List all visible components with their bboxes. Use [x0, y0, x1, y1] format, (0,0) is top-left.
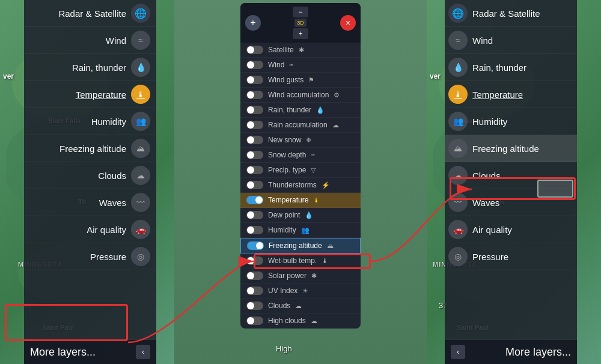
wind-gusts-toggle[interactable] [246, 76, 263, 84]
sidebar-item-waves-left[interactable]: Waves 〰 [24, 189, 156, 216]
thunderstorms-toggle[interactable] [246, 181, 263, 189]
uv-index-icon: ☀ [302, 287, 308, 295]
sidebar-item-freezing-left[interactable]: Freezing altitude ⛰ [24, 135, 156, 162]
menu-item-thunderstorms[interactable]: Thunderstorms ⚡ [240, 178, 361, 193]
sidebar-item-humidity-right[interactable]: 👥 Humidity [445, 108, 577, 135]
wind-accum-toggle[interactable] [246, 91, 263, 99]
sidebar-label-clouds-right: Clouds [472, 171, 571, 181]
wind-gusts-icon: ⚑ [308, 76, 314, 84]
wind-toggle[interactable] [246, 61, 263, 69]
sidebar-item-clouds-right[interactable]: ☁ Clouds [445, 162, 577, 189]
airquality-icon-left: 🚗 [131, 220, 150, 239]
globe-icon-left[interactable]: 🌐 [131, 4, 150, 23]
menu-item-freezing-altitude[interactable]: Freezing altitude ⛰ [240, 238, 361, 253]
sidebar-item-pressure-right[interactable]: ◎ Pressure [445, 243, 577, 270]
menu-item-uv-index[interactable]: UV Index ☀ [240, 284, 361, 299]
sidebar-label-temp-left: Temperature [28, 89, 126, 100]
dew-point-toggle[interactable] [246, 211, 263, 219]
sidebar-label-waves-left: Waves [28, 198, 126, 208]
menu-item-wind[interactable]: Wind ≈ [240, 58, 361, 73]
menu-item-satellite[interactable]: Satellite ✱ [240, 43, 361, 58]
solar-power-toggle[interactable] [246, 271, 263, 280]
sidebar-item-temperature-left[interactable]: Temperature 🌡 [24, 81, 156, 108]
sidebar-item-freezing-right[interactable]: ⛰ Freezing altitude [445, 135, 577, 162]
uv-index-toggle[interactable] [246, 287, 263, 295]
sidebar-label-waves-right: Waves [472, 198, 571, 208]
sidebar-item-wind-right[interactable]: ≈ Wind [445, 27, 577, 54]
add-button[interactable]: + [245, 15, 261, 31]
menu-item-rain-thunder[interactable]: Rain, thunder 💧 [240, 103, 361, 118]
sidebar-item-wind-left[interactable]: Wind ≈ [24, 27, 156, 54]
chevron-left-icon[interactable]: ‹ [136, 345, 150, 359]
menu-item-humidity[interactable]: Humidity 👥 [240, 223, 361, 238]
chevron-right-icon[interactable]: ‹ [451, 345, 465, 359]
zoom-minus-button[interactable]: − [293, 7, 308, 17]
sidebar-item-pressure-left[interactable]: Pressure ◎ [24, 243, 156, 270]
sidebar-left: Radar & Satellite 🌐 Wind ≈ Rain, thunder… [0, 0, 156, 364]
menu-item-new-snow[interactable]: New snow ❄ [240, 133, 361, 148]
close-button[interactable]: × [340, 15, 356, 31]
menu-item-wet-bulb[interactable]: Wet-bulb temp. 🌡 [240, 253, 361, 268]
new-snow-icon: ❄ [306, 136, 311, 144]
menu-item-temperature[interactable]: Temperature 🌡 [240, 193, 361, 208]
snow-depth-toggle[interactable] [246, 151, 263, 159]
precip-toggle[interactable] [246, 166, 263, 174]
freezing-altitude-toggle[interactable] [247, 241, 264, 250]
rain-thunder-toggle[interactable] [246, 106, 263, 114]
menu-item-wind-gusts[interactable]: Wind gusts ⚑ [240, 73, 361, 88]
sidebar-item-radar-satellite-left[interactable]: Radar & Satellite 🌐 [24, 0, 156, 27]
sidebar-item-rain-right[interactable]: 💧 Rain, thunder [445, 54, 577, 81]
sidebar-label-temp-right: Temperature [472, 89, 571, 100]
wet-bulb-label: Wet-bulb temp. [268, 256, 317, 265]
sidebar-item-temperature-right[interactable]: 🌡 Temperature [445, 81, 577, 108]
sidebar-right-panel: 🌐 Radar & Satellite ≈ Wind 💧 Rain, thund… [445, 0, 577, 364]
thunderstorms-icon: ⚡ [322, 181, 330, 189]
snow-depth-label: Snow depth [268, 151, 306, 159]
temperature-toggle[interactable] [246, 196, 263, 204]
menu-item-high-clouds[interactable]: High clouds ☁ [240, 314, 361, 329]
menu-item-wind-accumulation[interactable]: Wind accumulation ⚙ [240, 88, 361, 103]
humidity-menu-toggle[interactable] [246, 226, 263, 234]
humidity-icon-right: 👥 [448, 112, 468, 131]
more-layers-right[interactable]: ‹ More layers... [445, 339, 577, 364]
satellite-toggle[interactable] [246, 46, 263, 54]
sidebar-label-humidity-left: Humidity [28, 117, 126, 127]
clouds-menu-toggle[interactable] [246, 302, 263, 310]
satellite-label: Satellite [268, 46, 294, 54]
humidity-menu-label: Humidity [268, 226, 296, 234]
zoom-plus-button[interactable]: + [293, 28, 308, 39]
menu-item-clouds-menu[interactable]: Clouds ☁ [240, 299, 361, 314]
menu-item-precip-type[interactable]: Precip. type ▽ [240, 163, 361, 178]
sidebar-item-waves-right[interactable]: 〰 Waves [445, 189, 577, 216]
menu-item-dew-point[interactable]: Dew point 💧 [240, 208, 361, 223]
menu-item-rain-accumulation[interactable]: Rain accumulation ☁ [240, 118, 361, 133]
clouds-menu-icon: ☁ [295, 302, 302, 310]
humidity-menu-icon: 👥 [301, 226, 310, 234]
menu-item-snow-depth[interactable]: Snow depth ≈ [240, 148, 361, 163]
high-clouds-label: High clouds [268, 317, 306, 325]
new-snow-toggle[interactable] [246, 136, 263, 144]
freezing-altitude-menu-icon: ⛰ [327, 242, 334, 249]
rain-accum-toggle[interactable] [246, 121, 263, 129]
waves-icon-right: 〰 [448, 193, 468, 212]
menu-item-solar-power[interactable]: Solar power ✱ [240, 268, 361, 284]
more-layers-left[interactable]: More layers... ‹ [24, 339, 156, 364]
sidebar-label-airquality-right: Air quality [472, 225, 571, 235]
sidebar-item-humidity-left[interactable]: Humidity 👥 [24, 108, 156, 135]
globe-icon-right[interactable]: 🌐 [448, 4, 468, 23]
sidebar-item-rain-left[interactable]: Rain, thunder 💧 [24, 54, 156, 81]
temp-icon-right: 🌡 [448, 85, 468, 104]
sidebar-label-freezing-right: Freezing altitude [472, 144, 571, 154]
sidebar-label-rain-right: Rain, thunder [472, 62, 571, 73]
sidebar-item-airquality-right[interactable]: 🚗 Air quality [445, 216, 577, 243]
sidebar-item-radar-right[interactable]: 🌐 Radar & Satellite [445, 0, 577, 27]
satellite-icon: ✱ [299, 46, 304, 54]
sidebar-item-clouds-left[interactable]: Clouds ☁ [24, 162, 156, 189]
sidebar-label-pressure-right: Pressure [472, 252, 571, 262]
wet-bulb-icon: 🌡 [322, 257, 328, 264]
sidebar-item-airquality-left[interactable]: Air quality 🚗 [24, 216, 156, 243]
wind-accum-label: Wind accumulation [268, 91, 329, 99]
wet-bulb-toggle[interactable] [246, 256, 263, 265]
high-clouds-toggle[interactable] [246, 317, 263, 325]
wind-label: Wind [268, 61, 284, 69]
